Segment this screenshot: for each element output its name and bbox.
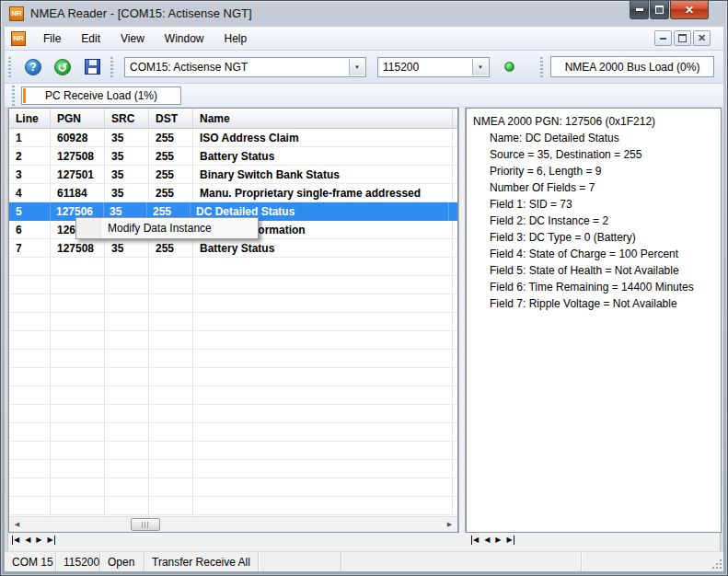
menu-window[interactable]: Window bbox=[155, 29, 214, 49]
data-view-pane: Line PGN SRC DST Name 1 60928 35 bbox=[8, 108, 458, 533]
status-empty-segment bbox=[581, 552, 723, 571]
client-area: NR File Edit View Window Help ✕ ? ↺ bbox=[5, 27, 723, 571]
details-line: Field 4: State of Charge = 100 Percent bbox=[490, 246, 717, 262]
baud-rate-select[interactable]: 115200 ▼ bbox=[377, 57, 490, 77]
transfer-button[interactable]: ↺ bbox=[53, 58, 72, 76]
title-bar[interactable]: NR NMEA Reader - [COM15: Actisense NGT] … bbox=[1, 1, 727, 27]
tab-zone: ◀ ◀ ▶ ▶ Data View Network View Hardware … bbox=[5, 533, 723, 551]
context-menu-icon-column bbox=[76, 218, 101, 238]
status-empty-segment bbox=[259, 552, 341, 571]
details-line: Priority = 6, Length = 9 bbox=[490, 163, 717, 179]
close-icon: ✕ bbox=[685, 5, 694, 16]
table-row[interactable]: 1 60928 35 255 ISO Address Claim bbox=[9, 129, 457, 147]
horizontal-scrollbar[interactable]: ◀ ▶ bbox=[9, 516, 457, 532]
mdi-restore-icon bbox=[678, 34, 687, 42]
main-toolbar: ? ↺ COM15: Actisense NGT ▼ 115200 ▼ NMEA… bbox=[5, 51, 723, 84]
detail-tabs: Details Properties Log bbox=[526, 533, 532, 549]
mdi-minimize-button[interactable] bbox=[654, 30, 672, 46]
details-line: Source = 35, Destination = 255 bbox=[490, 146, 717, 163]
mdi-close-button[interactable]: ✕ bbox=[693, 30, 711, 46]
menu-view[interactable]: View bbox=[110, 29, 155, 49]
chevron-down-icon[interactable]: ▼ bbox=[349, 59, 364, 75]
details-line: NMEA 2000 PGN: 127506 (0x1F212) bbox=[473, 113, 717, 130]
column-header-dst[interactable]: DST bbox=[149, 109, 193, 129]
scroll-right-icon[interactable]: ▶ bbox=[442, 517, 457, 532]
pane-splitter[interactable] bbox=[458, 108, 466, 533]
column-header-line[interactable]: Line bbox=[9, 109, 51, 129]
status-transfer-mode: Transfer Receive All bbox=[144, 552, 259, 571]
mdi-close-icon: ✕ bbox=[698, 33, 706, 43]
minimize-button[interactable] bbox=[630, 1, 649, 19]
minimize-icon bbox=[636, 8, 643, 11]
app-icon: NR bbox=[9, 6, 24, 21]
window-title: NMEA Reader - [COM15: Actisense NGT] bbox=[30, 6, 252, 20]
restore-icon bbox=[655, 6, 664, 14]
details-pane: NMEA 2000 PGN: 127506 (0x1F212) Name: DC… bbox=[466, 108, 722, 533]
nmea2000-bus-load-indicator: NMEA 2000 Bus Load (0%) bbox=[550, 56, 714, 77]
next-tab-icon[interactable]: ▶ bbox=[36, 536, 41, 545]
column-header-name[interactable]: Name bbox=[193, 109, 453, 129]
maximize-restore-button[interactable] bbox=[650, 1, 669, 19]
table-header: Line PGN SRC DST Name bbox=[9, 109, 457, 129]
status-baud-rate: 115200 bbox=[56, 552, 100, 571]
prev-tab-icon[interactable]: ◀ bbox=[25, 536, 30, 545]
first-tab-icon[interactable]: ◀ bbox=[471, 536, 479, 545]
column-header-pgn[interactable]: PGN bbox=[51, 109, 105, 129]
pgn-details: NMEA 2000 PGN: 127506 (0x1F212) Name: DC… bbox=[467, 109, 721, 312]
right-tab-nav: ◀ ◀ ▶ ▶ bbox=[471, 536, 514, 545]
details-line: Field 7: Ripple Voltage = Not Available bbox=[490, 295, 717, 312]
menu-edit[interactable]: Edit bbox=[71, 29, 110, 49]
bus-load-label: NMEA 2000 Bus Load (0%) bbox=[565, 61, 700, 74]
first-tab-icon[interactable]: ◀ bbox=[12, 536, 19, 545]
menu-help[interactable]: Help bbox=[214, 29, 258, 49]
close-button[interactable]: ✕ bbox=[670, 1, 709, 19]
details-line: Name: DC Detailed Status bbox=[490, 130, 717, 146]
status-bar: COM 15 115200 Open Transfer Receive All bbox=[5, 551, 723, 571]
mdi-document-icon: NR bbox=[11, 31, 26, 46]
toolbar-gripper[interactable] bbox=[110, 57, 113, 77]
table-row[interactable]: 4 61184 35 255 Manu. Proprietary single-… bbox=[9, 184, 457, 202]
resize-grip[interactable] bbox=[711, 558, 722, 570]
mdi-minimize-icon bbox=[660, 38, 666, 40]
details-line: Field 5: State of Health = Not Available bbox=[490, 262, 717, 279]
com-port-select[interactable]: COM15: Actisense NGT ▼ bbox=[124, 57, 366, 77]
chevron-down-icon[interactable]: ▼ bbox=[472, 59, 488, 75]
scrollbar-thumb[interactable] bbox=[131, 518, 160, 531]
details-line: Number Of Fields = 7 bbox=[490, 179, 717, 196]
scroll-left-icon[interactable]: ◀ bbox=[9, 517, 25, 532]
save-icon bbox=[85, 59, 100, 75]
status-com-port: COM 15 bbox=[5, 552, 56, 571]
mdi-restore-button[interactable] bbox=[674, 30, 691, 46]
main-area: Line PGN SRC DST Name 1 60928 35 bbox=[5, 108, 723, 551]
save-button[interactable] bbox=[83, 58, 101, 76]
secondary-toolbar: PC Receive Load (1%) bbox=[5, 84, 723, 108]
menu-bar: NR File Edit View Window Help ✕ bbox=[5, 27, 723, 51]
prev-tab-icon[interactable]: ◀ bbox=[484, 536, 490, 545]
table-row[interactable]: 2 127508 35 255 Battery Status bbox=[9, 147, 457, 166]
left-tab-nav: ◀ ◀ ▶ ▶ bbox=[12, 536, 55, 545]
help-button[interactable]: ? bbox=[24, 58, 42, 76]
toolbar-gripper[interactable] bbox=[12, 86, 15, 106]
table-row[interactable]: 3 127501 35 255 Binary Switch Bank Statu… bbox=[9, 166, 457, 184]
status-empty-segment bbox=[341, 552, 581, 571]
last-tab-icon[interactable]: ▶ bbox=[506, 536, 514, 545]
menu-file[interactable]: File bbox=[33, 29, 71, 49]
com-port-value: COM15: Actisense NGT bbox=[125, 61, 248, 74]
details-line: Field 1: SID = 73 bbox=[490, 196, 717, 213]
toolbar-gripper[interactable] bbox=[8, 57, 11, 77]
transfer-icon: ↺ bbox=[54, 59, 71, 75]
baud-rate-value: 115200 bbox=[378, 61, 419, 74]
pc-receive-load-label: PC Receive Load (1%) bbox=[45, 89, 157, 102]
last-tab-icon[interactable]: ▶ bbox=[47, 536, 54, 545]
pc-receive-load-indicator: PC Receive Load (1%) bbox=[21, 86, 181, 105]
column-header-src[interactable]: SRC bbox=[105, 109, 149, 129]
table-row[interactable]: 7 127508 35 255 Battery Status bbox=[9, 239, 457, 258]
context-menu: Modify Data Instance bbox=[75, 217, 259, 239]
next-tab-icon[interactable]: ▶ bbox=[495, 536, 501, 545]
status-connection-state: Open bbox=[100, 552, 144, 571]
help-icon: ? bbox=[25, 59, 41, 75]
toolbar-gripper[interactable] bbox=[540, 57, 543, 77]
connection-led-icon bbox=[504, 62, 514, 72]
app-window: NR NMEA Reader - [COM15: Actisense NGT] … bbox=[0, 0, 728, 576]
context-menu-item-modify-data-instance[interactable]: Modify Data Instance bbox=[108, 222, 212, 235]
